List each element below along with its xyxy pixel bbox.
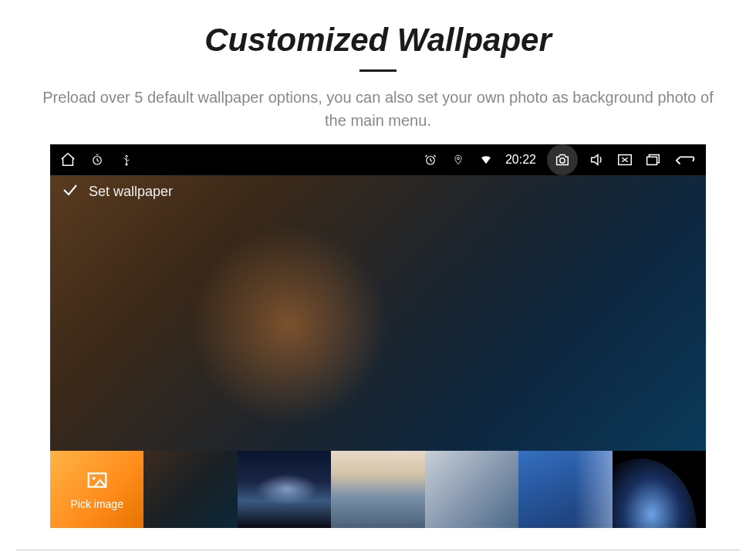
title-divider [359, 69, 397, 72]
volume-icon[interactable] [589, 151, 606, 168]
svg-point-4 [560, 158, 565, 163]
wallpaper-thumbnail-strip: Pick image [50, 451, 706, 528]
pick-image-button[interactable]: Pick image [50, 451, 143, 528]
page-title: Customized Wallpaper [0, 22, 756, 59]
wallpaper-thumb-1[interactable] [143, 451, 237, 528]
home-icon[interactable] [59, 151, 76, 168]
wallpaper-thumb-5[interactable] [518, 451, 612, 528]
device-screenshot: 20:22 Set wall [50, 144, 706, 528]
svg-point-8 [92, 477, 95, 480]
timer-icon [89, 151, 106, 168]
wallpaper-thumb-6[interactable] [613, 451, 706, 528]
wallpaper-thumb-4[interactable] [425, 451, 518, 528]
section-divider [15, 550, 741, 550]
wallpaper-preview: Set wallpaper [50, 175, 706, 451]
svg-point-1 [126, 164, 127, 165]
preview-glow [181, 217, 397, 433]
status-time: 20:22 [505, 153, 536, 167]
set-wallpaper-label: Set wallpaper [89, 184, 173, 200]
wifi-icon [478, 151, 494, 168]
pick-image-label: Pick image [70, 498, 123, 510]
location-icon [450, 151, 467, 168]
camera-button[interactable] [547, 144, 578, 175]
wallpaper-thumb-3[interactable] [331, 451, 424, 528]
svg-point-3 [457, 157, 459, 160]
page-subtitle: Preload over 5 default wallpaper options… [39, 86, 717, 132]
close-window-icon[interactable] [616, 151, 633, 168]
set-wallpaper-header[interactable]: Set wallpaper [50, 175, 706, 208]
status-bar: 20:22 [50, 144, 706, 175]
checkmark-icon [61, 181, 79, 202]
svg-rect-6 [647, 157, 657, 164]
recent-windows-icon[interactable] [644, 151, 661, 168]
alarm-icon [422, 151, 439, 168]
usb-icon [118, 151, 135, 168]
image-icon [86, 469, 109, 495]
camera-icon [554, 151, 571, 168]
back-icon[interactable] [672, 151, 697, 168]
wallpaper-thumb-2[interactable] [238, 451, 331, 528]
